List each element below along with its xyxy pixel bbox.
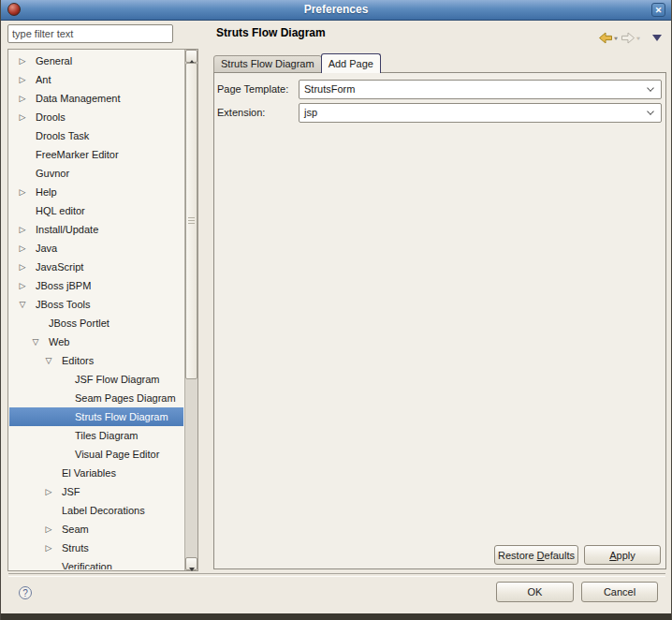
close-button[interactable]: ✕ — [651, 3, 665, 17]
help-button[interactable]: ? — [19, 586, 32, 599]
collapse-arrow-icon[interactable]: ▽ — [41, 351, 56, 370]
tree-item-label: Drools Task — [36, 130, 89, 141]
tree-item[interactable]: ▷General — [9, 52, 183, 70]
tree-item-label: Install/Update — [36, 224, 98, 235]
tree-item[interactable]: ▷Java — [9, 239, 183, 258]
apply-button[interactable]: Apply — [584, 545, 661, 565]
tree-item-label: Editors — [62, 355, 94, 366]
tree-item[interactable]: HQL editor — [9, 201, 183, 220]
expand-arrow-icon[interactable]: ▷ — [15, 239, 30, 258]
tree-item-label: Struts — [62, 542, 89, 554]
collapse-arrow-icon[interactable]: ▽ — [15, 295, 30, 314]
tree-item[interactable]: ▽Editors — [9, 351, 183, 370]
separator — [8, 573, 665, 577]
tree-item[interactable]: ▷JSF — [9, 482, 183, 501]
extension-combo[interactable]: jsp — [299, 103, 662, 123]
tree-item[interactable]: ▷Seam — [9, 520, 183, 539]
tree-item-label: JBoss jBPM — [36, 280, 91, 291]
titlebar: Preferences ✕ — [1, 0, 671, 21]
tree-item-label: HQL editor — [36, 205, 85, 216]
tree-item[interactable]: ▷Struts — [9, 539, 183, 557]
tree-item[interactable]: Drools Task — [9, 126, 183, 145]
expand-arrow-icon[interactable]: ▷ — [15, 183, 30, 201]
tree-item[interactable]: JSF Flow Diagram — [9, 370, 183, 389]
tree-item[interactable]: Verification — [9, 557, 183, 569]
expand-arrow-icon[interactable]: ▷ — [15, 258, 30, 276]
page-title: Struts Flow Diagram — [216, 26, 326, 39]
tree-item-label: Web — [49, 336, 69, 347]
page-template-combo[interactable]: StrutsForm — [299, 80, 662, 99]
tab-struts-flow-diagram[interactable]: Struts Flow Diagram — [213, 55, 322, 73]
tree-item[interactable]: ▷Ant — [9, 70, 183, 89]
tree-item[interactable]: Struts Flow Diagram — [9, 407, 183, 426]
tree-item[interactable]: ▷Help — [9, 183, 183, 201]
forward-arrow-icon — [621, 32, 635, 44]
tree-item[interactable]: Tiles Diagram — [9, 426, 183, 445]
ok-button[interactable]: OK — [496, 582, 574, 602]
window-frame-bottom — [1, 613, 671, 620]
tree-item[interactable]: Guvnor — [9, 164, 183, 183]
tree-item[interactable]: El Variables — [9, 464, 183, 482]
header-toolbar: ▾ ▾ — [598, 29, 662, 46]
tree-item-label: JSF — [62, 486, 80, 497]
filter-input[interactable] — [7, 24, 173, 43]
cancel-button[interactable]: Cancel — [581, 582, 658, 602]
back-arrow-icon — [598, 32, 613, 44]
restore-defaults-button[interactable]: Restore Defaults — [494, 545, 578, 565]
tree-item[interactable]: ▷JavaScript — [9, 258, 183, 276]
tree-item[interactable]: JBoss Portlet — [9, 314, 183, 332]
thumb-grip-icon — [188, 217, 195, 225]
forward-button[interactable]: ▾ — [621, 32, 640, 44]
tree-item[interactable]: ▷JBoss jBPM — [9, 276, 183, 295]
tree-item[interactable]: Seam Pages Diagram — [9, 389, 183, 407]
expand-arrow-icon[interactable]: ▷ — [15, 220, 30, 239]
tab-add-page[interactable]: Add Page — [321, 53, 381, 73]
tree-item-label: JSF Flow Diagram — [75, 374, 159, 385]
tree-item-label: Tiles Diagram — [75, 430, 138, 441]
tree-item-label: Help — [36, 186, 57, 198]
back-button[interactable]: ▾ — [598, 32, 618, 44]
expand-arrow-icon[interactable]: ▷ — [41, 539, 56, 557]
page-template-label: Page Template: — [217, 83, 288, 95]
chevron-down-icon — [648, 85, 654, 90]
tree-item[interactable]: FreeMarker Editor — [9, 145, 183, 164]
tree-item-label: FreeMarker Editor — [36, 149, 119, 160]
tree-item[interactable]: ▷Drools — [9, 108, 183, 126]
tree-item-label: Drools — [36, 111, 66, 123]
tree-item-label: Visual Page Editor — [75, 449, 159, 460]
back-history-chevron-icon[interactable]: ▾ — [614, 34, 618, 40]
expand-arrow-icon[interactable]: ▷ — [15, 52, 30, 70]
page-template-value: StrutsForm — [304, 83, 355, 95]
collapse-arrow-icon[interactable]: ▽ — [28, 332, 43, 351]
tree-item[interactable]: ▷Data Management — [9, 89, 183, 108]
tree-item-label: El Variables — [62, 467, 116, 479]
expand-arrow-icon[interactable]: ▷ — [15, 70, 30, 89]
scroll-down-button[interactable] — [185, 557, 197, 570]
tree-item-label: Data Management — [36, 93, 121, 104]
preferences-window: Preferences ✕ ▷General▷Ant▷Data Manageme… — [0, 0, 672, 620]
help-icon: ? — [22, 588, 28, 598]
tab-bar: Struts Flow DiagramAdd Page — [213, 54, 380, 73]
tree-item[interactable]: Label Decorations — [9, 501, 183, 520]
forward-history-chevron-icon[interactable]: ▾ — [636, 34, 640, 40]
tree-item[interactable]: ▽JBoss Tools — [9, 295, 183, 314]
expand-arrow-icon[interactable]: ▷ — [41, 520, 56, 539]
tree-item[interactable]: Visual Page Editor — [9, 445, 183, 464]
extension-value: jsp — [304, 107, 317, 118]
tree-item[interactable]: ▽Web — [9, 332, 183, 351]
extension-label: Extension: — [217, 107, 265, 118]
expand-arrow-icon[interactable]: ▷ — [15, 89, 30, 108]
scrollbar-thumb[interactable] — [185, 63, 197, 379]
tree-item-label: Guvnor — [36, 168, 69, 179]
tree-item[interactable]: ▷Install/Update — [9, 220, 183, 239]
expand-arrow-icon[interactable]: ▷ — [15, 276, 30, 295]
close-icon: ✕ — [655, 6, 663, 15]
tab-content — [213, 72, 666, 569]
tree-item-label: JavaScript — [36, 261, 83, 273]
view-menu-button[interactable] — [652, 35, 662, 41]
window-title: Preferences — [1, 3, 671, 16]
scroll-up-button[interactable] — [185, 50, 197, 63]
expand-arrow-icon[interactable]: ▷ — [15, 108, 30, 126]
expand-arrow-icon[interactable]: ▷ — [41, 482, 56, 501]
tree-scrollbar[interactable] — [184, 50, 197, 570]
